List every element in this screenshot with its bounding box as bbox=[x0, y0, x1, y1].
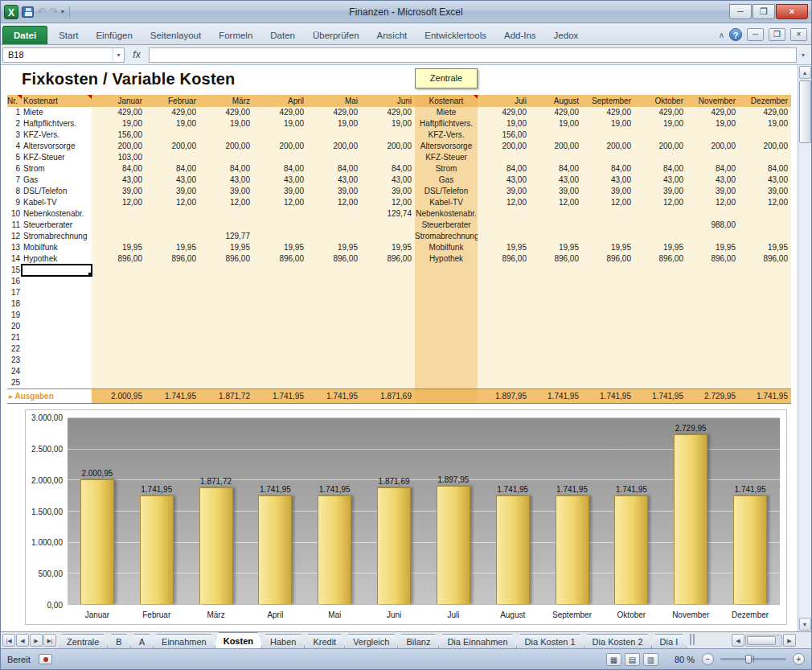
cell-value[interactable] bbox=[530, 310, 582, 321]
workbook-restore-button[interactable]: ❐ bbox=[769, 28, 785, 41]
ribbon-tab-seitenlayout[interactable]: Seitenlayout bbox=[141, 27, 210, 44]
cell-value[interactable] bbox=[92, 366, 146, 377]
cell-value[interactable] bbox=[687, 298, 739, 310]
cell-kostenart[interactable] bbox=[22, 321, 92, 332]
cell-value[interactable] bbox=[634, 208, 687, 220]
cell-value[interactable] bbox=[307, 265, 361, 276]
ribbon-tab-berpr-fen[interactable]: Überprüfen bbox=[304, 27, 368, 44]
cell-value[interactable] bbox=[253, 220, 307, 231]
sheet-tab-kredit[interactable]: Kredit bbox=[304, 634, 345, 648]
cell-value[interactable]: 19,95 bbox=[199, 242, 253, 253]
sheet-tab-einnahmen[interactable]: Einnahmen bbox=[153, 634, 215, 648]
sheet-tab-a[interactable]: A bbox=[130, 634, 154, 648]
cell-value[interactable] bbox=[146, 152, 199, 163]
cell-value[interactable] bbox=[530, 287, 582, 298]
cell-value[interactable]: 84,00 bbox=[478, 163, 530, 175]
cell-value[interactable] bbox=[687, 377, 739, 388]
cell-value[interactable] bbox=[530, 231, 582, 242]
cell-value[interactable] bbox=[361, 265, 415, 276]
cell-value[interactable]: 12,00 bbox=[146, 197, 199, 208]
cell-value[interactable]: 12,00 bbox=[253, 197, 307, 208]
row-number[interactable]: 19 bbox=[7, 310, 22, 321]
cell-kostenart-2[interactable] bbox=[415, 287, 478, 298]
col-header-juni[interactable]: Juni bbox=[361, 95, 415, 107]
next-sheet-icon[interactable]: ▶ bbox=[30, 634, 43, 647]
cell-value[interactable] bbox=[582, 208, 634, 220]
cell-value[interactable] bbox=[582, 321, 634, 332]
cell-value[interactable] bbox=[634, 276, 687, 287]
cell-value[interactable]: 429,00 bbox=[739, 107, 791, 118]
cell-value[interactable] bbox=[146, 231, 199, 242]
cell-value[interactable]: 39,00 bbox=[253, 186, 307, 197]
cell-value[interactable] bbox=[253, 321, 307, 332]
cell-value[interactable] bbox=[199, 276, 253, 287]
totals-value[interactable]: 2.729,95 bbox=[687, 389, 739, 403]
sheet-tab-dia-kosten-1[interactable]: Dia Kosten 1 bbox=[516, 634, 584, 648]
cell-value[interactable] bbox=[199, 321, 253, 332]
cell-value[interactable]: 429,00 bbox=[634, 107, 687, 118]
cell-value[interactable] bbox=[253, 287, 307, 298]
cell-value[interactable] bbox=[361, 287, 415, 298]
totals-value[interactable]: 1.897,95 bbox=[478, 389, 530, 403]
cell-value[interactable] bbox=[307, 208, 361, 220]
cell-value[interactable]: 39,00 bbox=[478, 186, 530, 197]
horizontal-scrollbar[interactable]: ◀ ▶ bbox=[732, 634, 811, 648]
cell-value[interactable]: 19,95 bbox=[687, 242, 739, 253]
cell-value[interactable] bbox=[739, 208, 791, 220]
cell-value[interactable] bbox=[361, 310, 415, 321]
cell-value[interactable] bbox=[253, 332, 307, 343]
cell-value[interactable]: 19,95 bbox=[739, 242, 791, 253]
cell-value[interactable] bbox=[582, 152, 634, 163]
cell-value[interactable]: 19,95 bbox=[307, 242, 361, 253]
col-header-dezember[interactable]: Dezember bbox=[739, 95, 791, 107]
cell-value[interactable] bbox=[478, 332, 530, 343]
cell-value[interactable]: 896,00 bbox=[199, 253, 253, 265]
ribbon-tab-add-ins[interactable]: Add-Ins bbox=[495, 27, 545, 44]
cell-value[interactable] bbox=[478, 321, 530, 332]
cell-value[interactable] bbox=[530, 276, 582, 287]
cell-value[interactable] bbox=[361, 231, 415, 242]
restore-button[interactable]: ❐ bbox=[753, 4, 775, 19]
previous-sheet-icon[interactable]: ◀ bbox=[16, 634, 29, 647]
cell-value[interactable] bbox=[199, 343, 253, 355]
cell-value[interactable]: 12,00 bbox=[687, 197, 739, 208]
cell-value[interactable] bbox=[739, 310, 791, 321]
save-icon[interactable] bbox=[22, 6, 34, 18]
cell-kostenart-2[interactable] bbox=[415, 265, 478, 276]
cell-value[interactable] bbox=[253, 343, 307, 355]
cell-value[interactable] bbox=[199, 220, 253, 231]
cell-value[interactable] bbox=[199, 208, 253, 220]
cell-kostenart-2[interactable]: Steuerberater bbox=[415, 220, 478, 231]
scroll-down-icon[interactable]: ▼ bbox=[799, 618, 811, 631]
cell-kostenart[interactable]: Strom bbox=[22, 163, 92, 175]
cell-kostenart-2[interactable]: Mobilfunk bbox=[415, 242, 478, 253]
view-page-break-icon[interactable]: ▥ bbox=[643, 653, 658, 666]
row-number[interactable]: 13 bbox=[7, 242, 22, 253]
sheet-tab-kosten[interactable]: Kosten bbox=[215, 632, 262, 648]
ribbon-tab-start[interactable]: Start bbox=[50, 27, 87, 44]
cell-kostenart[interactable]: Mobilfunk bbox=[22, 242, 92, 253]
cell-value[interactable]: 200,00 bbox=[199, 141, 253, 152]
minimize-button[interactable]: ─ bbox=[729, 4, 752, 19]
cell-value[interactable]: 156,00 bbox=[478, 129, 530, 141]
cell-value[interactable] bbox=[634, 220, 687, 231]
cell-kostenart[interactable] bbox=[22, 332, 92, 343]
cell-value[interactable] bbox=[739, 287, 791, 298]
cell-value[interactable] bbox=[739, 332, 791, 343]
bar-juni[interactable]: 1.871,69 bbox=[377, 487, 411, 604]
bar-oktober[interactable]: 1.741,95 bbox=[614, 495, 648, 604]
cell-value[interactable]: 43,00 bbox=[146, 175, 199, 186]
cell-value[interactable]: 19,00 bbox=[146, 118, 199, 129]
zoom-slider-thumb[interactable] bbox=[745, 655, 752, 664]
cell-value[interactable] bbox=[307, 343, 361, 355]
row-number[interactable]: 22 bbox=[7, 343, 22, 355]
cell-value[interactable] bbox=[634, 152, 687, 163]
sheet-tab-b[interactable]: B bbox=[107, 634, 130, 648]
cell-value[interactable]: 43,00 bbox=[361, 175, 415, 186]
row-number[interactable]: 15 bbox=[7, 265, 22, 276]
cell-value[interactable]: 19,95 bbox=[478, 242, 530, 253]
cell-value[interactable] bbox=[307, 287, 361, 298]
cell-value[interactable] bbox=[739, 377, 791, 388]
cell-value[interactable]: 200,00 bbox=[530, 141, 582, 152]
cell-value[interactable] bbox=[582, 332, 634, 343]
